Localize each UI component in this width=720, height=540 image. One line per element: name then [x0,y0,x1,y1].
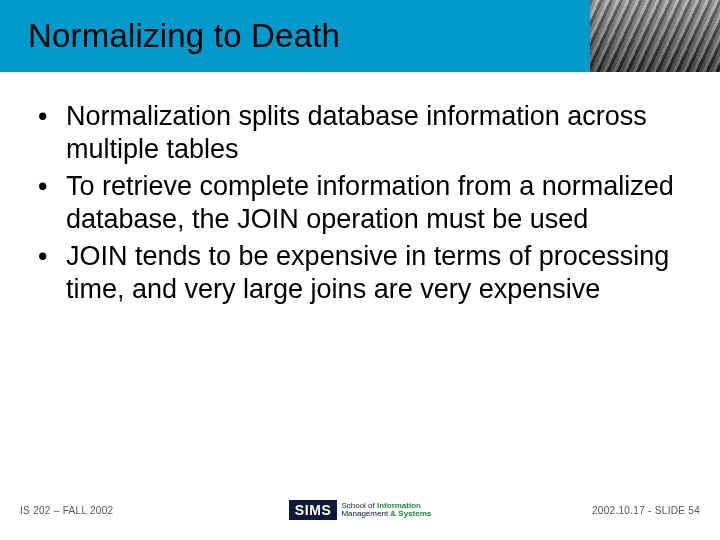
footer-logo: SIMS School of Information Management & … [289,500,431,520]
slide-body: Normalization splits database informatio… [0,72,720,306]
sims-logo-mark: SIMS [289,500,338,520]
sims-logo-line2: Management & Systems [341,510,431,518]
decorative-corner-photo [590,0,720,72]
bullet-list: Normalization splits database informatio… [34,100,686,306]
footer-right-text: 2002.10.17 - SLIDE 54 [431,505,700,516]
slide-title: Normalizing to Death [0,17,340,55]
slide: Normalizing to Death Normalization split… [0,0,720,540]
bullet-item: To retrieve complete information from a … [34,170,686,236]
bullet-item: Normalization splits database informatio… [34,100,686,166]
bullet-item: JOIN tends to be expensive in terms of p… [34,240,686,306]
footer-left-text: IS 202 – FALL 2002 [20,505,289,516]
slide-footer: IS 202 – FALL 2002 SIMS School of Inform… [0,498,720,522]
title-bar: Normalizing to Death [0,0,720,72]
sims-logo-text: School of Information Management & Syste… [341,502,431,518]
